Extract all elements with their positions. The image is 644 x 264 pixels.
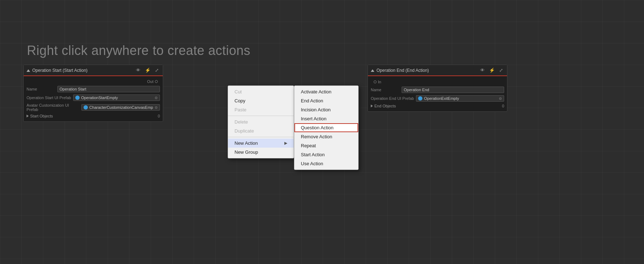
ctx-new-group[interactable]: New Group [228,148,294,157]
hint-text: Right click anywhere to create actions [27,43,250,58]
start-node-name-row: Name Operation Start [27,85,160,93]
start-avatar-icon [84,105,88,110]
start-avatar-text: CharacterCustomizationCanvasEmp [89,105,153,110]
submenu-use-action[interactable]: Use Action [294,159,358,168]
start-objects-row[interactable]: Start Objects 0 [27,113,160,119]
start-node-out-label: Out [27,78,160,85]
submenu-repeat[interactable]: Repeat [294,141,358,150]
end-node-in-text: In [378,80,381,84]
submenu-activate-action-label: Activate Action [301,89,331,94]
submenu-insert-action[interactable]: Insert Action [294,114,358,123]
ctx-new-action[interactable]: New Action ▶ [228,139,294,148]
start-node-name-label: Name [27,87,55,91]
start-node-out-text: Out [147,79,153,84]
start-node-header: Operation Start (Start Action) 👁 ⚡ ⤢ [24,65,163,76]
start-objects-count: 0 [149,114,160,118]
end-node-header: Operation End (End Action) 👁 ⚡ ⤢ [368,65,507,76]
end-node-collapse-icon[interactable] [371,68,374,73]
start-node-body: Out Name Operation Start Operation Start… [24,76,163,121]
ctx-new-action-label: New Action [235,140,258,146]
submenu-incision-action-label: Incision Action [301,107,331,112]
ctx-new-action-arrow-icon: ▶ [284,141,287,145]
end-node-body: In Name Operation End Operation End UI P… [368,76,507,111]
start-node-prefab-value[interactable]: OperationStartEmpty ⚙ [73,94,160,101]
start-node-panel: Operation Start (Start Action) 👁 ⚡ ⤢ Out… [23,65,163,122]
ctx-new-group-label: New Group [235,149,258,155]
end-node-resize-btn[interactable]: ⤢ [498,67,504,73]
ctx-copy[interactable]: Copy [228,96,294,105]
start-node-collapse-icon[interactable] [27,68,30,73]
start-node-avatar-label: Avatar Customization UI Prefab [27,103,79,112]
ctx-paste[interactable]: Paste [228,105,294,114]
end-objects-expand-arrow [371,105,373,107]
start-avatar-gear-icon: ⚙ [155,106,158,110]
end-prefab-text: OperationExitEmpty [424,96,459,101]
submenu-end-action-label: End Action [301,98,323,103]
ctx-delete-label: Delete [235,119,248,125]
start-prefab-text: OperationStartEmpty [81,96,118,100]
start-node-eye-btn[interactable]: 👁 [135,67,142,73]
start-node-title: Operation Start (Start Action) [32,68,133,73]
end-node-prefab-row: Operation End UI Prefab OperationExitEmp… [371,94,504,103]
ctx-cut[interactable]: Cut [228,87,294,96]
submenu-end-action[interactable]: End Action [294,96,358,105]
start-node-avatar-value[interactable]: CharacterCustomizationCanvasEmp ⚙ [81,104,160,111]
end-node-name-label: Name [371,88,399,92]
submenu-start-action[interactable]: Start Action [294,150,358,159]
start-node-actions: 👁 ⚡ ⤢ [135,67,160,73]
start-node-name-text: Operation Start [60,87,86,91]
submenu: Activate Action End Action Incision Acti… [294,85,359,170]
start-node-avatar-row: Avatar Customization UI Prefab Character… [27,102,160,113]
ctx-cut-label: Cut [235,89,242,94]
start-objects-label: Start Objects [30,114,148,118]
submenu-question-action[interactable]: Question Action [294,123,358,132]
start-node-resize-btn[interactable]: ⤢ [154,67,160,73]
context-menu: Cut Copy Paste Delete Duplicate New Acti… [228,85,294,158]
start-prefab-icon [75,96,80,100]
ctx-separator-2 [228,137,294,137]
start-node-name-value[interactable]: Operation Start [57,86,160,92]
end-prefab-gear-icon: ⚙ [499,97,502,101]
ctx-copy-label: Copy [235,98,245,103]
start-prefab-gear-icon: ⚙ [155,96,158,100]
submenu-insert-action-label: Insert Action [301,116,327,121]
submenu-activate-action[interactable]: Activate Action [294,87,358,96]
ctx-separator-1 [228,116,294,116]
end-node-in-dot[interactable] [374,80,377,83]
end-objects-count: 0 [493,104,504,108]
end-node-name-text: Operation End [404,88,429,92]
end-node-name-value[interactable]: Operation End [402,87,504,93]
end-node-title: Operation End (End Action) [377,68,477,73]
submenu-repeat-label: Repeat [301,143,316,148]
end-node-in-label: In [371,78,504,85]
submenu-incision-action[interactable]: Incision Action [294,105,358,114]
ctx-duplicate[interactable]: Duplicate [228,126,294,135]
submenu-start-action-label: Start Action [301,152,325,157]
ctx-paste-label: Paste [235,107,246,112]
end-prefab-icon [418,96,422,101]
start-node-prefab-row: Operation Start UI Prefab OperationStart… [27,93,160,102]
ctx-delete[interactable]: Delete [228,117,294,126]
end-node-eye-btn[interactable]: 👁 [479,67,486,73]
submenu-use-action-label: Use Action [301,161,323,166]
start-node-bolt-btn[interactable]: ⚡ [144,67,152,73]
submenu-remove-action-label: Remove Action [301,134,332,139]
end-node-name-row: Name Operation End [371,85,504,94]
end-node-actions: 👁 ⚡ ⤢ [479,67,504,73]
end-node-prefab-label: Operation End UI Prefab [371,96,414,101]
start-objects-expand-arrow [27,115,29,117]
end-node-panel: Operation End (End Action) 👁 ⚡ ⤢ In Name… [368,65,507,112]
end-node-bolt-btn[interactable]: ⚡ [488,67,496,73]
start-node-prefab-label: Operation Start UI Prefab [27,96,71,100]
ctx-duplicate-label: Duplicate [235,128,254,134]
end-objects-row[interactable]: End Objects 0 [371,103,504,109]
end-objects-label: End Objects [374,104,492,108]
submenu-question-action-label: Question Action [301,125,333,130]
submenu-remove-action[interactable]: Remove Action [294,132,358,141]
end-node-prefab-value[interactable]: OperationExitEmpty ⚙ [416,95,504,102]
start-node-out-dot[interactable] [155,80,158,83]
